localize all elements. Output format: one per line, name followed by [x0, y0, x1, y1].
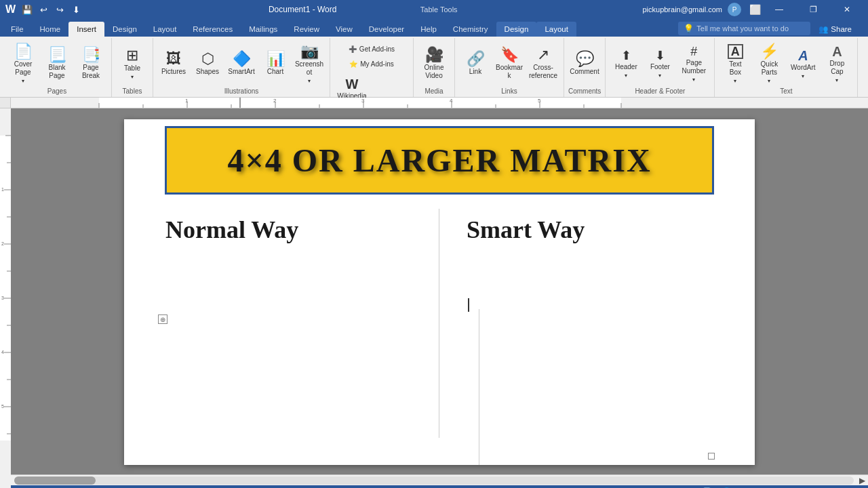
ribbon-group-text: A TextBox ▾ ⚡ QuickParts ▾ A WordArt ▾ A… — [715, 38, 858, 97]
media-items: 🎥 OnlineVideo — [418, 39, 450, 87]
search-input[interactable] — [696, 24, 805, 33]
ribbon-display-icon[interactable]: ⬜ — [749, 4, 761, 15]
wordart-btn[interactable]: A WordArt ▾ — [787, 41, 819, 85]
text-box-icon: A — [728, 44, 743, 59]
svg-text:3: 3 — [361, 98, 365, 104]
links-group-label: Links — [459, 87, 559, 97]
footer-btn[interactable]: ⬇ Footer ▾ — [644, 41, 676, 85]
scroll-track[interactable] — [14, 476, 854, 485]
ruler-area: 1 2 3 4 5 — [0, 98, 868, 108]
tab-chemistry[interactable]: Chemistry — [445, 22, 496, 37]
banner-text: 4×4 OR LARGER MATRIX — [180, 142, 698, 179]
cross-reference-btn[interactable]: ↗ Cross-reference — [527, 41, 559, 85]
doc-title: Document1 - Word — [269, 5, 336, 14]
bookmark-btn[interactable]: 🔖 Bookmark — [493, 41, 526, 85]
blank-page-btn[interactable]: 📃 BlankPage — [41, 41, 73, 85]
drop-cap-btn[interactable]: A DropCap ▾ — [821, 41, 853, 85]
tab-mailings[interactable]: Mailings — [241, 22, 285, 37]
svg-text:3: 3 — [1, 296, 4, 300]
comments-items: 💬 Comment — [568, 39, 601, 87]
tabs-right-area: 💡 👥 Share — [678, 22, 868, 37]
user-avatar: P — [728, 3, 741, 16]
chart-btn[interactable]: 📊 Chart — [259, 41, 292, 85]
quick-parts-btn[interactable]: ⚡ QuickParts ▾ — [753, 41, 785, 85]
tab-references[interactable]: References — [184, 22, 241, 37]
header-icon: ⬆ — [621, 49, 631, 62]
table-resize-handle[interactable] — [708, 453, 715, 460]
wordart-icon: A — [798, 49, 808, 62]
ribbon-group-symbols: ✏ Signature Line ▾ 📅 Date & Time ◻ Objec… — [858, 38, 868, 97]
tab-developer[interactable]: Developer — [361, 22, 412, 37]
chevron-down-icon: ▾ — [22, 78, 24, 84]
tab-layout[interactable]: Layout — [145, 22, 185, 37]
restore-button[interactable]: ❐ — [797, 0, 829, 19]
text-cursor — [468, 298, 469, 312]
chart-icon: 📊 — [267, 52, 285, 66]
redo-icon[interactable]: ↪ — [52, 2, 67, 17]
scroll-thumb[interactable] — [14, 476, 96, 485]
title-bar-right: pickupbrain@gmail.com P ⬜ — ❐ ✕ — [642, 0, 863, 19]
title-bar-center: Document1 - Word Table Tools — [83, 5, 642, 14]
page-number-btn[interactable]: # PageNumber ▾ — [677, 41, 710, 85]
title-bar-left: W 💾 ↩ ↪ ⬇ — [5, 2, 83, 17]
online-video-btn[interactable]: 🎥 OnlineVideo — [418, 41, 450, 85]
text-items: A TextBox ▾ ⚡ QuickParts ▾ A WordArt ▾ A… — [719, 39, 853, 87]
cover-page-btn[interactable]: 📄 CoverPage ▾ — [7, 41, 39, 85]
tables-group-label: Tables — [116, 87, 149, 97]
customize-qa-icon[interactable]: ⬇ — [68, 2, 83, 17]
horizontal-scrollbar[interactable]: ◀ ▶ — [0, 474, 868, 485]
tab-table-design[interactable]: Design — [496, 22, 537, 37]
header-chevron-icon: ▾ — [625, 73, 627, 79]
svg-text:2: 2 — [1, 241, 4, 246]
text-box-btn[interactable]: A TextBox ▾ — [719, 41, 751, 85]
undo-icon[interactable]: ↩ — [36, 2, 51, 17]
text-group-label: Text — [719, 87, 853, 97]
page-number-icon: # — [690, 45, 697, 58]
signature-line-btn[interactable]: ✏ Signature Line ▾ — [862, 42, 868, 56]
close-button[interactable]: ✕ — [831, 0, 863, 19]
tab-insert[interactable]: Insert — [68, 22, 104, 37]
vertical-ruler: 1 2 3 4 5 — [0, 108, 11, 474]
save-icon[interactable]: 💾 — [20, 2, 35, 17]
tell-me-search[interactable]: 💡 — [678, 22, 810, 35]
header-btn[interactable]: ⬆ Header ▾ — [610, 41, 642, 85]
table-move-handle[interactable]: ⊕ — [158, 314, 167, 324]
get-addins-btn[interactable]: ➕ Get Add-ins — [334, 42, 409, 56]
comment-icon: 💬 — [576, 52, 594, 66]
column-right[interactable]: Smart Way — [439, 209, 713, 438]
page-break-btn[interactable]: 📑 PageBreak — [75, 41, 107, 85]
wordart-chevron-icon: ▾ — [802, 73, 804, 79]
horizontal-ruler: 1 2 3 4 5 — [11, 98, 868, 108]
svg-text:4: 4 — [1, 350, 4, 354]
minimize-button[interactable]: — — [764, 0, 795, 19]
link-btn[interactable]: 🔗 Link — [459, 41, 492, 85]
document-scroll-area[interactable]: ⊕ 4×4 OR LARGER MATRIX Normal Way Smart … — [11, 108, 868, 474]
object-btn[interactable]: ◻ Object ▾ — [862, 72, 868, 85]
tab-table-layout[interactable]: Layout — [536, 22, 576, 37]
tab-design[interactable]: Design — [104, 22, 145, 37]
column-left[interactable]: Normal Way — [165, 209, 439, 438]
smartart-btn[interactable]: 🔷 SmartArt — [225, 41, 258, 85]
share-button[interactable]: 👥 Share — [810, 22, 860, 37]
quick-access-toolbar: 💾 ↩ ↪ ⬇ — [20, 2, 83, 17]
get-addins-icon: ➕ — [349, 45, 357, 53]
ribbon-group-tables: ⊞ Table ▾ Tables — [112, 38, 153, 97]
tab-file[interactable]: File — [3, 22, 32, 37]
screenshot-btn[interactable]: 📷 Screenshot ▾ — [293, 41, 326, 85]
scroll-right-arrow[interactable]: ▶ — [856, 476, 868, 485]
pages-group-label: Pages — [7, 87, 107, 97]
word-icon: W — [5, 3, 16, 16]
comments-group-label: Comments — [568, 87, 601, 97]
date-time-btn[interactable]: 📅 Date & Time — [862, 57, 868, 70]
comment-btn[interactable]: 💬 Comment — [568, 41, 601, 85]
online-video-icon: 🎥 — [425, 47, 443, 62]
tab-view[interactable]: View — [328, 22, 361, 37]
symbols-top-row: ✏ Signature Line ▾ — [862, 42, 868, 56]
tab-home[interactable]: Home — [32, 22, 69, 37]
tab-review[interactable]: Review — [285, 22, 328, 37]
status-bar: Page 1 of 1 8 words ✓ English (India) 📄 … — [0, 485, 868, 488]
table-btn[interactable]: ⊞ Table ▾ — [116, 41, 149, 85]
tab-help[interactable]: Help — [412, 22, 445, 37]
pictures-btn[interactable]: 🖼 Pictures — [157, 41, 190, 85]
shapes-btn[interactable]: ⬡ Shapes — [191, 41, 224, 85]
